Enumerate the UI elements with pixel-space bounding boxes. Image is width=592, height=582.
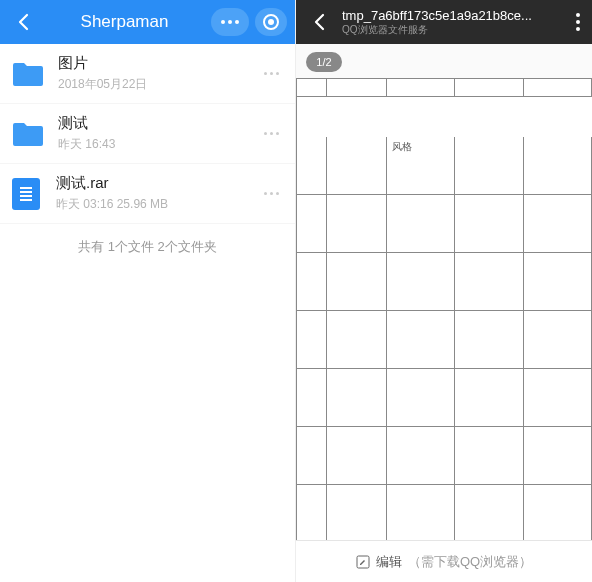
file-list: 图片 2018年05月22日 测试 昨天 16:43 — [0, 44, 295, 582]
table-cell — [297, 369, 327, 427]
table-cell — [327, 79, 387, 97]
table-cell — [524, 137, 592, 195]
table-cell — [297, 253, 327, 311]
table-cell — [524, 195, 592, 253]
table-cell — [455, 369, 523, 427]
document-title-block: tmp_7a6bff173c5e1a9a21b8ce... QQ浏览器文件服务 — [342, 8, 564, 37]
folder-icon — [12, 61, 44, 87]
file-meta: 昨天 03:16 25.96 MB — [56, 196, 260, 213]
table-cell — [327, 485, 387, 540]
table-cell — [297, 485, 327, 540]
table-cell — [524, 369, 592, 427]
file-info: 测试 昨天 16:43 — [58, 114, 260, 153]
list-item[interactable]: 图片 2018年05月22日 — [0, 44, 295, 104]
page-indicator: 1/2 — [306, 52, 342, 72]
edit-label: 编辑 — [376, 553, 402, 571]
more-actions-button[interactable] — [211, 8, 249, 36]
table-cell — [327, 311, 387, 369]
file-info: 图片 2018年05月22日 — [58, 54, 260, 93]
file-browser-header: Sherpaman — [0, 0, 295, 44]
table-cell — [327, 195, 387, 253]
table-cell — [327, 369, 387, 427]
table-cell — [455, 137, 523, 195]
table-cell — [297, 195, 327, 253]
dots-icon — [221, 20, 239, 24]
file-name: 测试.rar — [56, 174, 260, 193]
table-cell — [455, 311, 523, 369]
table-cell — [455, 195, 523, 253]
table-cell — [387, 79, 455, 97]
file-name: 测试 — [58, 114, 260, 133]
edit-bar[interactable]: 编辑 （需下载QQ浏览器） — [296, 540, 592, 582]
edit-icon — [356, 555, 370, 569]
file-meta: 2018年05月22日 — [58, 76, 260, 93]
table-cell — [455, 485, 523, 540]
item-more-button[interactable] — [260, 188, 283, 199]
list-item[interactable]: 测试.rar 昨天 03:16 25.96 MB — [0, 164, 295, 224]
back-button[interactable] — [8, 7, 38, 37]
dots-icon — [264, 192, 279, 195]
table-cell — [387, 311, 455, 369]
document-title: tmp_7a6bff173c5e1a9a21b8ce... — [342, 8, 564, 23]
archive-icon — [12, 178, 40, 210]
file-name: 图片 — [58, 54, 260, 73]
table-cell — [327, 427, 387, 485]
document-content[interactable]: 风格 — [296, 78, 592, 540]
document-header: tmp_7a6bff173c5e1a9a21b8ce... QQ浏览器文件服务 — [296, 0, 592, 44]
dots-icon — [264, 132, 279, 135]
target-icon — [263, 14, 279, 30]
dots-icon — [264, 72, 279, 75]
list-item[interactable]: 测试 昨天 16:43 — [0, 104, 295, 164]
folder-icon — [12, 121, 44, 147]
table-cell — [524, 427, 592, 485]
table-cell — [387, 253, 455, 311]
item-more-button[interactable] — [260, 128, 283, 139]
table-cell — [297, 311, 327, 369]
table-cell — [455, 79, 523, 97]
document-viewer-panel: tmp_7a6bff173c5e1a9a21b8ce... QQ浏览器文件服务 … — [296, 0, 592, 582]
file-browser-panel: Sherpaman 图片 2018年05月22日 — [0, 0, 296, 582]
table-cell — [524, 79, 592, 97]
table-cell — [297, 137, 327, 195]
file-info: 测试.rar 昨天 03:16 25.96 MB — [56, 174, 260, 213]
item-more-button[interactable] — [260, 68, 283, 79]
table-cell — [327, 253, 387, 311]
page-title: Sherpaman — [44, 12, 205, 32]
table-cell — [387, 427, 455, 485]
table-cell — [524, 253, 592, 311]
file-meta: 昨天 16:43 — [58, 136, 260, 153]
table-cell — [455, 427, 523, 485]
table-cell — [524, 485, 592, 540]
back-button[interactable] — [304, 7, 334, 37]
table-cell: 风格 — [387, 137, 455, 195]
document-subtitle: QQ浏览器文件服务 — [342, 23, 564, 37]
table-cell — [387, 485, 455, 540]
table-cell — [524, 311, 592, 369]
target-button[interactable] — [255, 8, 287, 36]
table-cell — [387, 195, 455, 253]
menu-button[interactable] — [572, 9, 584, 35]
table-cell — [297, 427, 327, 485]
table-cell — [387, 369, 455, 427]
table-cell — [327, 137, 387, 195]
table-cell — [455, 253, 523, 311]
table-cell — [297, 79, 327, 97]
list-summary: 共有 1个文件 2个文件夹 — [0, 224, 295, 270]
edit-hint: （需下载QQ浏览器） — [408, 553, 532, 571]
